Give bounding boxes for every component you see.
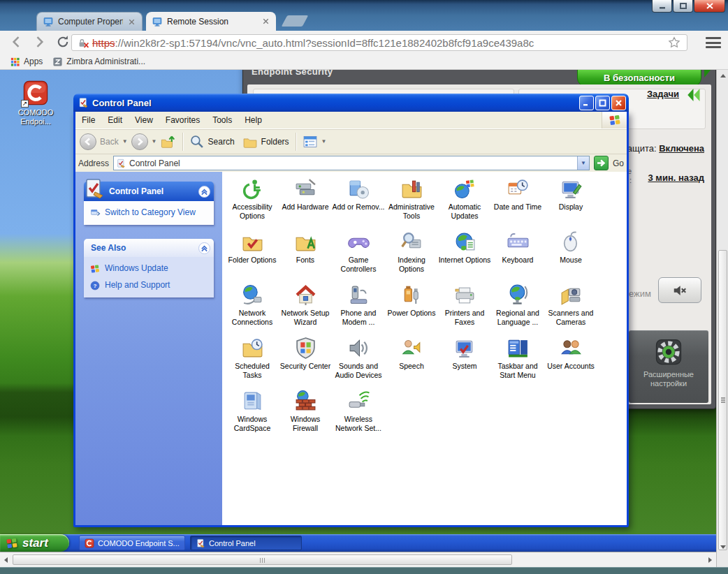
control-panel-item[interactable]: Network Connections [226,284,279,337]
address-dropdown-icon[interactable]: ▼ [577,156,589,170]
tab-close-icon[interactable] [261,17,270,26]
scroll-right-icon[interactable] [708,557,712,563]
forward-icon[interactable] [32,35,46,49]
insecure-lock-icon[interactable] [78,37,89,49]
scroll-up-icon[interactable] [720,74,726,78]
bookmark-item[interactable]: Apps [7,57,45,67]
control-panel-item[interactable]: Wireless Network Set... [332,390,385,443]
collapse-chevron-icon[interactable] [198,242,210,254]
control-panel-item[interactable]: Sounds and Audio Devices [332,337,385,390]
browser-titlebar: Computer Properties Remote Session [0,0,728,31]
advanced-settings-button[interactable]: Расширенные настройки [629,330,708,403]
minimize-button[interactable] [652,0,672,13]
control-panel-item[interactable]: Add or Remov... [332,177,385,230]
pane-header[interactable]: See Also [84,239,214,257]
control-panel-item[interactable]: Display [544,177,597,230]
tab-computer-properties[interactable]: Computer Properties [36,12,143,31]
control-panel-item[interactable]: Windows CardSpace [226,390,279,443]
tab-close-icon[interactable] [127,17,136,27]
control-panel-item[interactable]: User Accounts [544,337,597,390]
menu-item[interactable]: View [129,112,159,128]
collapse-chevron-icon[interactable] [198,186,210,198]
tab-remote-session[interactable]: Remote Session [146,12,276,31]
back-icon[interactable] [10,35,24,49]
control-panel-item[interactable]: Phone and Modem ... [332,284,385,337]
control-panel-item[interactable]: Internet Options [438,230,491,284]
sidebar-link[interactable]: Windows Update [89,263,208,274]
control-panel-item[interactable]: Date and Time [491,177,544,230]
maximize-button[interactable] [673,0,693,13]
go-button[interactable] [594,156,609,170]
cp-maximize-button[interactable] [595,96,610,110]
taskbar-button-control-panel[interactable]: Control Panel [190,536,302,550]
refresh-icon[interactable] [56,35,70,49]
menu-item[interactable]: File [75,112,101,128]
control-panel-item[interactable]: Regional and Language ... [491,284,544,337]
desktop-shortcut-comodo[interactable]: ↗ COMODO Endpoi... [10,80,61,126]
control-panel-item[interactable]: Speech [385,337,438,390]
tasks-arrow-icon[interactable] [685,87,704,103]
views-icon[interactable] [303,134,318,149]
cp-minimize-button[interactable] [579,96,594,110]
address-combo[interactable]: Control Panel ▼ [113,156,590,170]
control-panel-item[interactable]: Taskbar and Start Menu [491,337,544,390]
mute-button[interactable] [658,277,701,303]
sidebar-link[interactable]: Switch to Category View [89,207,208,219]
control-panel-item[interactable]: Fonts [279,230,332,284]
vertical-scroll-thumb[interactable] [718,250,727,550]
item-icon [294,337,317,360]
control-panel-item[interactable]: Keyboard [491,230,544,284]
menu-item[interactable]: Edit [101,112,129,128]
up-folder-icon[interactable] [161,134,176,149]
control-panel-item[interactable]: Printers and Faxes [438,284,491,337]
control-panel-item[interactable]: Game Controllers [332,230,385,284]
menu-item[interactable]: Tools [206,112,238,128]
address-bar[interactable]: https://win2k8r2-sp1:57194/vnc/vnc_auto.… [71,34,687,51]
menu-item[interactable]: Favorites [159,112,206,128]
address-label: Address [78,159,109,168]
close-button[interactable] [694,0,725,13]
tasks-link[interactable]: Задачи [647,89,679,99]
control-panel-item[interactable]: Scheduled Tasks [226,337,279,390]
horizontal-scroll-thumb[interactable] [13,554,512,565]
control-panel-item[interactable]: Administrative Tools [385,177,438,230]
back-button[interactable] [80,133,96,150]
control-panel-item[interactable]: Automatic Updates [438,177,491,230]
control-panel-item[interactable]: Accessibility Options [226,177,279,230]
control-panel-item[interactable]: Network Setup Wizard [279,284,332,337]
vnc-viewport[interactable]: ↗ COMODO Endpoi... Endpoint Security В б… [0,70,716,552]
forward-button[interactable] [131,133,148,150]
control-panel-item[interactable]: Folder Options [226,230,279,284]
sidebar-link[interactable]: ? Help and Support [89,280,208,291]
control-panel-item[interactable]: System [438,337,491,390]
control-panel-item[interactable]: Add Hardware [279,177,332,230]
browser-menu-icon[interactable] [706,36,721,49]
control-panel-item[interactable]: Security Center [279,337,332,390]
new-tab-button[interactable] [282,15,309,27]
back-dropdown-icon[interactable]: ▼ [122,138,128,145]
last-update-link[interactable]: 3 мин. назад [648,172,704,183]
cp-close-button[interactable] [611,96,626,110]
scroll-left-icon[interactable] [4,557,8,563]
menu-item[interactable]: Help [238,112,268,128]
folders-icon[interactable] [242,134,258,149]
horizontal-scrollbar[interactable] [0,552,716,567]
views-dropdown-icon[interactable]: ▼ [321,138,327,145]
search-icon[interactable] [189,134,205,149]
control-panel-item[interactable]: Windows Firewall [279,390,332,443]
control-panel-item[interactable]: Scanners and Cameras [544,284,597,337]
pane-header[interactable]: Control Panel [84,182,214,201]
start-button[interactable]: start [0,534,69,552]
item-icon [400,177,423,200]
control-panel-item[interactable]: Mouse [544,230,597,284]
bookmark-star-icon[interactable] [668,36,680,49]
bookmark-item[interactable]: Zimbra Administrati... [50,57,148,67]
forward-dropdown-icon[interactable]: ▼ [152,138,157,145]
cp-titlebar[interactable]: Control Panel [73,94,629,112]
taskbar-button-comodo[interactable]: COMODO Endpoint S... [79,536,185,550]
scroll-down-icon[interactable] [720,545,726,549]
control-panel-item[interactable]: Power Options [385,284,438,337]
protection-value-link[interactable]: Включена [659,143,704,154]
vertical-scrollbar[interactable] [716,70,728,553]
control-panel-item[interactable]: Indexing Options [385,230,438,284]
